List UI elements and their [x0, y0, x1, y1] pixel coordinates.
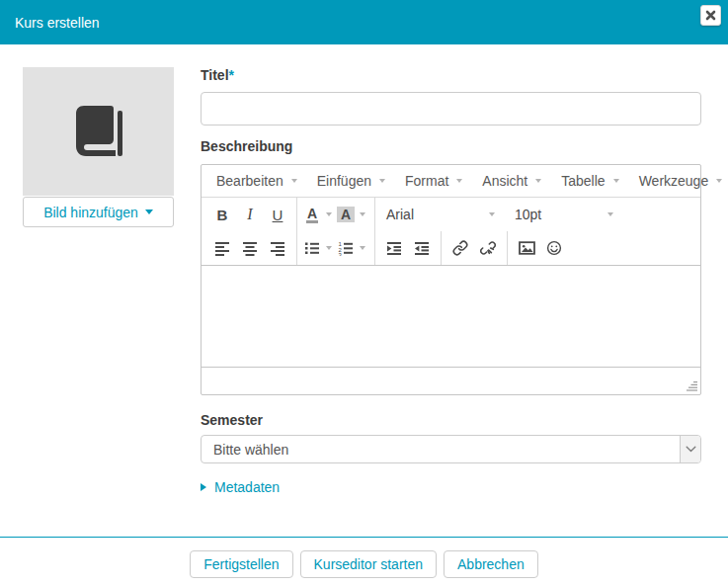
start-course-editor-button[interactable]: Kurseditor starten — [300, 550, 438, 578]
title-input[interactable] — [201, 92, 701, 126]
book-icon — [66, 100, 131, 163]
color-group: A A — [296, 198, 374, 231]
insert-link-button[interactable] — [446, 235, 474, 261]
list-group: 123 — [296, 231, 374, 265]
align-left-icon — [214, 240, 230, 256]
caret-down-icon — [379, 179, 385, 183]
cancel-button[interactable]: Abbrechen — [444, 550, 538, 578]
semester-field: Semester Bitte wählen — [201, 412, 701, 463]
caret-down-icon — [716, 179, 722, 183]
caret-down-icon — [535, 179, 541, 183]
unlink-icon — [480, 240, 496, 256]
svg-text:3: 3 — [339, 252, 343, 257]
text-color-button[interactable]: A — [302, 202, 322, 227]
add-image-button[interactable]: Bild hinzufügen — [23, 197, 174, 227]
bullet-list-icon — [304, 240, 320, 256]
caret-down-icon — [326, 212, 332, 216]
font-group: Arial 10pt — [374, 198, 624, 231]
align-right-button[interactable] — [264, 235, 291, 261]
underline-button[interactable]: U — [264, 202, 291, 227]
font-family-select[interactable]: Arial — [380, 202, 501, 227]
align-right-icon — [270, 240, 285, 256]
semester-label: Semester — [201, 412, 701, 428]
indent-group — [374, 231, 441, 265]
chevron-down-icon — [686, 446, 696, 453]
bullet-list-button[interactable] — [302, 235, 322, 261]
outdent-button[interactable] — [408, 235, 436, 261]
indent-icon — [386, 240, 402, 256]
bold-button[interactable]: B — [208, 202, 236, 227]
menu-view[interactable]: Ansicht — [472, 168, 551, 194]
dialog-header: Kurs erstellen — [0, 0, 728, 44]
caret-down-icon — [456, 179, 462, 183]
link-group — [441, 231, 507, 265]
description-richtext-editor: Bearbeiten Einfügen Format Ansicht Tabel… — [201, 164, 701, 395]
close-button[interactable] — [700, 5, 721, 26]
media-group — [507, 231, 573, 265]
bullet-list-caret[interactable] — [322, 235, 336, 261]
caret-down-icon — [360, 212, 365, 216]
caret-down-icon — [489, 212, 495, 216]
editor-content-area[interactable] — [202, 265, 700, 367]
semester-select[interactable]: Bitte wählen — [201, 435, 701, 463]
menu-insert[interactable]: Einfügen — [307, 168, 395, 194]
close-icon — [705, 10, 716, 21]
title-label: Titel* — [201, 67, 701, 83]
caret-down-icon — [607, 212, 613, 216]
metadata-link-label: Metadaten — [214, 479, 280, 495]
text-color-caret[interactable] — [322, 202, 336, 227]
triangle-right-icon — [201, 483, 206, 491]
italic-button[interactable]: I — [236, 202, 264, 227]
course-image-placeholder — [23, 67, 174, 196]
semester-selected-value: Bitte wählen — [202, 436, 680, 462]
course-image-panel: Bild hinzufügen — [23, 67, 174, 537]
editor-statusbar — [202, 367, 700, 394]
link-icon — [452, 240, 468, 256]
required-marker: * — [229, 67, 234, 83]
select-arrow-box — [680, 436, 700, 462]
numbered-list-button[interactable]: 123 — [336, 235, 356, 261]
background-color-button[interactable]: A — [336, 202, 356, 227]
align-center-icon — [242, 240, 258, 256]
course-form: Titel* Beschreibung Bearbeiten Einfügen … — [201, 67, 701, 537]
insert-image-button[interactable] — [513, 235, 540, 261]
caret-down-icon — [360, 246, 365, 250]
image-icon — [519, 240, 535, 256]
description-label: Beschreibung — [201, 138, 701, 154]
numbered-list-caret[interactable] — [356, 235, 369, 261]
align-center-button[interactable] — [236, 235, 264, 261]
indent-button[interactable] — [380, 235, 408, 261]
dialog-title: Kurs erstellen — [15, 15, 100, 31]
background-color-caret[interactable] — [356, 202, 369, 227]
remove-link-button[interactable] — [474, 235, 502, 261]
smiley-icon — [546, 240, 562, 256]
outdent-icon — [414, 240, 430, 256]
dialog-body: Bild hinzufügen Titel* Beschreibung Bear… — [0, 44, 728, 537]
caret-down-icon — [291, 179, 297, 183]
create-course-dialog: Kurs erstellen Bild hinzufügen — [0, 0, 728, 587]
editor-toolbar-row1: B I U A A Arial — [202, 198, 700, 231]
align-group — [203, 231, 296, 265]
caret-down-icon — [326, 246, 332, 250]
caret-down-icon — [613, 179, 619, 183]
menu-tools[interactable]: Werkzeuge — [629, 168, 728, 194]
finish-button[interactable]: Fertigstellen — [190, 550, 292, 578]
metadata-toggle-link[interactable]: Metadaten — [201, 479, 280, 495]
add-image-button-label: Bild hinzufügen — [43, 205, 138, 220]
resize-grip-icon[interactable] — [687, 381, 697, 391]
format-group: B I U — [203, 198, 296, 231]
font-size-select[interactable]: 10pt — [509, 202, 619, 227]
menu-edit[interactable]: Bearbeiten — [206, 168, 307, 194]
menu-format[interactable]: Format — [395, 168, 472, 194]
editor-menubar: Bearbeiten Einfügen Format Ansicht Tabel… — [202, 165, 700, 198]
align-left-button[interactable] — [208, 235, 236, 261]
numbered-list-icon: 123 — [338, 240, 354, 256]
dialog-footer: Fertigstellen Kurseditor starten Abbrech… — [0, 537, 728, 587]
insert-smiley-button[interactable] — [540, 235, 568, 261]
caret-down-icon — [145, 210, 153, 214]
menu-table[interactable]: Tabelle — [551, 168, 628, 194]
editor-toolbar-row2: 123 — [202, 231, 700, 265]
